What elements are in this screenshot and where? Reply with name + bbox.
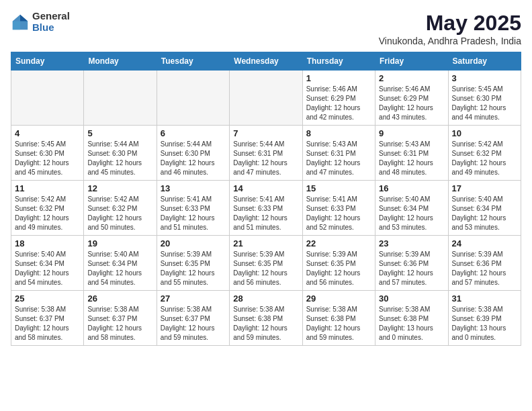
day-info: Sunrise: 5:44 AM Sunset: 6:31 PM Dayligh… [233, 140, 298, 177]
day-info: Sunrise: 5:41 AM Sunset: 6:33 PM Dayligh… [306, 195, 371, 232]
calendar-cell: 16Sunrise: 5:40 AM Sunset: 6:34 PM Dayli… [375, 181, 448, 236]
day-info: Sunrise: 5:42 AM Sunset: 6:32 PM Dayligh… [452, 140, 517, 177]
day-number: 4 [15, 128, 80, 138]
calendar-cell: 3Sunrise: 5:45 AM Sunset: 6:30 PM Daylig… [448, 71, 521, 126]
calendar-cell: 5Sunrise: 5:44 AM Sunset: 6:30 PM Daylig… [84, 126, 157, 181]
calendar-header-row: SundayMondayTuesdayWednesdayThursdayFrid… [11, 52, 521, 71]
day-number: 1 [306, 73, 371, 83]
day-number: 25 [15, 293, 80, 304]
day-info: Sunrise: 5:40 AM Sunset: 6:34 PM Dayligh… [452, 195, 517, 232]
day-number: 5 [87, 128, 152, 138]
col-header-saturday: Saturday [448, 52, 521, 71]
calendar-cell: 18Sunrise: 5:40 AM Sunset: 6:34 PM Dayli… [11, 236, 84, 291]
day-info: Sunrise: 5:44 AM Sunset: 6:30 PM Dayligh… [161, 140, 226, 177]
day-info: Sunrise: 5:43 AM Sunset: 6:31 PM Dayligh… [306, 140, 371, 177]
title-location: Vinukonda, Andhra Pradesh, India [379, 36, 521, 46]
calendar-cell: 22Sunrise: 5:39 AM Sunset: 6:35 PM Dayli… [302, 236, 375, 291]
calendar-cell: 30Sunrise: 5:38 AM Sunset: 6:38 PM Dayli… [375, 291, 448, 346]
calendar-cell: 7Sunrise: 5:44 AM Sunset: 6:31 PM Daylig… [230, 126, 302, 181]
calendar-cell: 29Sunrise: 5:38 AM Sunset: 6:38 PM Dayli… [302, 291, 375, 346]
day-number: 2 [379, 73, 444, 83]
calendar-cell: 27Sunrise: 5:38 AM Sunset: 6:37 PM Dayli… [157, 291, 229, 346]
svg-marker-1 [20, 14, 28, 21]
col-header-sunday: Sunday [11, 52, 84, 71]
day-info: Sunrise: 5:39 AM Sunset: 6:35 PM Dayligh… [306, 250, 371, 287]
svg-marker-2 [13, 21, 20, 30]
day-info: Sunrise: 5:46 AM Sunset: 6:29 PM Dayligh… [306, 85, 371, 122]
calendar-cell: 9Sunrise: 5:43 AM Sunset: 6:31 PM Daylig… [375, 126, 448, 181]
day-info: Sunrise: 5:38 AM Sunset: 6:38 PM Dayligh… [233, 305, 298, 342]
day-number: 24 [452, 238, 517, 248]
day-info: Sunrise: 5:42 AM Sunset: 6:32 PM Dayligh… [15, 195, 80, 232]
day-info: Sunrise: 5:46 AM Sunset: 6:29 PM Dayligh… [379, 85, 444, 122]
logo: General Blue [11, 11, 70, 33]
calendar-cell: 10Sunrise: 5:42 AM Sunset: 6:32 PM Dayli… [448, 126, 521, 181]
day-number: 17 [452, 183, 517, 193]
day-number: 22 [306, 238, 371, 248]
day-number: 13 [161, 183, 226, 193]
day-info: Sunrise: 5:39 AM Sunset: 6:35 PM Dayligh… [233, 250, 298, 287]
day-info: Sunrise: 5:40 AM Sunset: 6:34 PM Dayligh… [379, 195, 444, 232]
calendar-week-row: 1Sunrise: 5:46 AM Sunset: 6:29 PM Daylig… [11, 71, 521, 126]
calendar-cell: 11Sunrise: 5:42 AM Sunset: 6:32 PM Dayli… [11, 181, 84, 236]
day-info: Sunrise: 5:38 AM Sunset: 6:38 PM Dayligh… [379, 305, 444, 342]
day-info: Sunrise: 5:41 AM Sunset: 6:33 PM Dayligh… [233, 195, 298, 232]
day-number: 27 [161, 293, 226, 304]
calendar-cell [157, 71, 229, 126]
day-number: 8 [306, 128, 371, 138]
calendar-cell: 28Sunrise: 5:38 AM Sunset: 6:38 PM Dayli… [230, 291, 302, 346]
day-info: Sunrise: 5:44 AM Sunset: 6:30 PM Dayligh… [87, 140, 152, 177]
calendar-cell [84, 71, 157, 126]
calendar-cell: 2Sunrise: 5:46 AM Sunset: 6:29 PM Daylig… [375, 71, 448, 126]
calendar-cell: 21Sunrise: 5:39 AM Sunset: 6:35 PM Dayli… [230, 236, 302, 291]
calendar-cell: 19Sunrise: 5:40 AM Sunset: 6:34 PM Dayli… [84, 236, 157, 291]
logo-general: General [32, 11, 70, 22]
calendar-cell: 24Sunrise: 5:39 AM Sunset: 6:36 PM Dayli… [448, 236, 521, 291]
day-number: 16 [379, 183, 444, 193]
day-info: Sunrise: 5:38 AM Sunset: 6:38 PM Dayligh… [306, 305, 371, 342]
day-number: 12 [87, 183, 152, 193]
day-info: Sunrise: 5:40 AM Sunset: 6:34 PM Dayligh… [15, 250, 80, 287]
day-number: 7 [233, 128, 298, 138]
day-info: Sunrise: 5:38 AM Sunset: 6:39 PM Dayligh… [452, 305, 517, 342]
day-info: Sunrise: 5:38 AM Sunset: 6:37 PM Dayligh… [15, 305, 80, 342]
logo-blue: Blue [32, 22, 70, 34]
calendar-cell: 20Sunrise: 5:39 AM Sunset: 6:35 PM Dayli… [157, 236, 229, 291]
day-number: 29 [306, 293, 371, 304]
day-info: Sunrise: 5:39 AM Sunset: 6:36 PM Dayligh… [452, 250, 517, 287]
calendar-week-row: 11Sunrise: 5:42 AM Sunset: 6:32 PM Dayli… [11, 181, 521, 236]
page-header: General Blue May 2025 Vinukonda, Andhra … [11, 11, 521, 46]
day-number: 9 [379, 128, 444, 138]
title-month: May 2025 [379, 11, 521, 36]
day-info: Sunrise: 5:45 AM Sunset: 6:30 PM Dayligh… [452, 85, 517, 122]
calendar-cell [11, 71, 84, 126]
calendar-cell: 12Sunrise: 5:42 AM Sunset: 6:32 PM Dayli… [84, 181, 157, 236]
calendar-cell: 4Sunrise: 5:45 AM Sunset: 6:30 PM Daylig… [11, 126, 84, 181]
calendar-week-row: 18Sunrise: 5:40 AM Sunset: 6:34 PM Dayli… [11, 236, 521, 291]
logo-text: General Blue [32, 11, 70, 33]
col-header-thursday: Thursday [302, 52, 375, 71]
day-number: 6 [161, 128, 226, 138]
col-header-friday: Friday [375, 52, 448, 71]
day-info: Sunrise: 5:38 AM Sunset: 6:37 PM Dayligh… [161, 305, 226, 342]
col-header-wednesday: Wednesday [230, 52, 302, 71]
title-block: May 2025 Vinukonda, Andhra Pradesh, Indi… [379, 11, 521, 46]
calendar-cell: 23Sunrise: 5:39 AM Sunset: 6:36 PM Dayli… [375, 236, 448, 291]
day-info: Sunrise: 5:39 AM Sunset: 6:36 PM Dayligh… [379, 250, 444, 287]
calendar-cell: 26Sunrise: 5:38 AM Sunset: 6:37 PM Dayli… [84, 291, 157, 346]
day-number: 3 [452, 73, 517, 83]
day-number: 14 [233, 183, 298, 193]
calendar-cell: 17Sunrise: 5:40 AM Sunset: 6:34 PM Dayli… [448, 181, 521, 236]
day-number: 31 [452, 293, 517, 304]
day-info: Sunrise: 5:38 AM Sunset: 6:37 PM Dayligh… [87, 305, 152, 342]
calendar-cell: 15Sunrise: 5:41 AM Sunset: 6:33 PM Dayli… [302, 181, 375, 236]
day-number: 11 [15, 183, 80, 193]
day-info: Sunrise: 5:40 AM Sunset: 6:34 PM Dayligh… [87, 250, 152, 287]
calendar-week-row: 4Sunrise: 5:45 AM Sunset: 6:30 PM Daylig… [11, 126, 521, 181]
day-number: 30 [379, 293, 444, 304]
day-number: 26 [87, 293, 152, 304]
day-info: Sunrise: 5:41 AM Sunset: 6:33 PM Dayligh… [161, 195, 226, 232]
day-number: 19 [87, 238, 152, 248]
calendar-cell: 31Sunrise: 5:38 AM Sunset: 6:39 PM Dayli… [448, 291, 521, 346]
day-info: Sunrise: 5:45 AM Sunset: 6:30 PM Dayligh… [15, 140, 80, 177]
